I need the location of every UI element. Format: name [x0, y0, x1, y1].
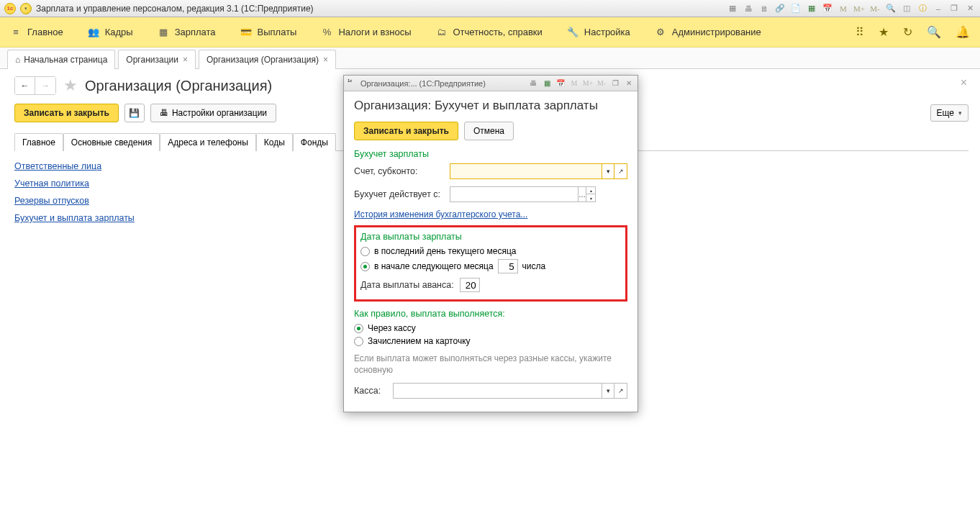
bell-icon[interactable]: 🔔	[956, 25, 970, 39]
day-number-input[interactable]	[498, 259, 518, 273]
link-vacation-reserves[interactable]: Резервы отпусков	[14, 196, 89, 206]
radio-icon	[354, 324, 363, 333]
tab-row: ⌂Начальная страница Организации× Организ…	[0, 47, 980, 69]
menu-settings[interactable]: 🔧Настройка	[567, 27, 630, 38]
menu-icon: ≡	[10, 27, 22, 38]
dialog-window-title: Организация:... (1С:Предприятие)	[360, 79, 486, 88]
dialog-save-close-button[interactable]: Записать и закрыть	[354, 122, 458, 140]
page-close-icon[interactable]: ×	[961, 76, 967, 89]
export-icon[interactable]: 📄	[790, 3, 802, 14]
app-menu-dropdown-icon[interactable]: ▾	[20, 3, 32, 14]
favorite-star-icon[interactable]: ★	[63, 76, 78, 95]
effective-label: Бухучет действует с:	[354, 189, 444, 199]
print-icon[interactable]: 🖶	[743, 3, 754, 14]
radio-cash[interactable]: Через кассу	[354, 323, 627, 333]
restore-window-icon[interactable]: ❐	[948, 3, 960, 14]
main-menu: ≡Главное 👥Кадры ▦Зарплата 💳Выплаты %Нало…	[0, 17, 980, 47]
menu-salary[interactable]: ▦Зарплата	[158, 27, 216, 38]
effective-date-input[interactable]	[450, 186, 579, 202]
radio-next-month[interactable]: в начале следующего месяца числа	[360, 259, 621, 273]
wrench-icon: 🔧	[567, 27, 579, 38]
calc-icon[interactable]: ▦	[806, 3, 817, 14]
day-suffix-label: числа	[522, 261, 546, 271]
save-close-button[interactable]: Записать и закрыть	[14, 104, 119, 122]
itab-details[interactable]: Основные сведения	[63, 133, 160, 151]
apps-icon[interactable]: ⠿	[856, 25, 864, 39]
print-icon[interactable]: 🖶	[528, 78, 538, 89]
group-accounting-title: Бухучет зарплаты	[354, 149, 627, 159]
account-input[interactable]	[450, 163, 602, 179]
itab-addresses[interactable]: Адреса и телефоны	[160, 133, 256, 151]
spin-down-icon[interactable]: ▾	[586, 194, 595, 201]
memory-m-icon[interactable]: M	[569, 78, 579, 89]
app-logo-icon: 1c	[4, 3, 16, 14]
titlebar: 1c ▾ Зарплата и управление персоналом, р…	[0, 0, 980, 17]
memory-mminus-icon[interactable]: M-	[596, 78, 607, 89]
gear-icon: ⚙	[655, 27, 666, 38]
tab-home[interactable]: ⌂Начальная страница	[7, 50, 115, 69]
close-icon[interactable]: ✕	[624, 78, 634, 89]
link-accounting-payroll[interactable]: Бухучет и выплата зарплаты	[14, 213, 135, 223]
tab-organization[interactable]: Организация (Организация)×	[199, 50, 336, 69]
doc-icon[interactable]: 🗎	[758, 3, 770, 14]
close-icon[interactable]: ×	[183, 55, 188, 65]
close-window-icon[interactable]: ✕	[964, 3, 976, 14]
link-accounting-policy[interactable]: Учетная политика	[14, 178, 89, 189]
spin-up-icon[interactable]: ▴	[586, 187, 595, 194]
app-logo-icon: 1c	[348, 78, 357, 88]
radio-last-day-label: в последний день текущего месяца	[374, 246, 516, 256]
tab-organizations[interactable]: Организации×	[118, 50, 196, 69]
itab-codes[interactable]: Коды	[256, 133, 293, 151]
app-title: Зарплата и управление персоналом, редакц…	[36, 4, 314, 14]
memory-mplus-icon[interactable]: M+	[853, 3, 865, 14]
radio-card[interactable]: Зачислением на карточку	[354, 336, 627, 346]
link-icon[interactable]: 🔗	[774, 3, 786, 14]
dropdown-icon[interactable]: ▾	[602, 383, 614, 399]
more-button[interactable]: Еще	[930, 104, 968, 122]
cash-input[interactable]	[393, 383, 602, 399]
info-icon[interactable]: ⓘ	[917, 3, 928, 14]
memory-mplus-icon[interactable]: M+	[583, 78, 593, 89]
close-icon[interactable]: ×	[323, 55, 328, 65]
minimize-window-icon[interactable]: –	[933, 3, 944, 14]
zoom-icon[interactable]: 🔍	[885, 3, 897, 14]
history-link[interactable]: История изменения бухгалтерского учета..…	[354, 209, 527, 219]
highlight-box: Дата выплаты зарплаты в последний день т…	[354, 225, 627, 302]
group-payment-method-title: Как правило, выплата выполняется:	[354, 309, 627, 319]
dialog-titlebar: 1c Организация:... (1С:Предприятие) 🖶 ▦ …	[344, 76, 638, 91]
home-icon: ⌂	[15, 55, 20, 65]
itab-funds[interactable]: Фонды	[293, 133, 336, 151]
menu-main[interactable]: ≡Главное	[10, 27, 63, 38]
advance-day-input[interactable]	[460, 278, 480, 292]
open-icon[interactable]: ↗	[614, 163, 627, 179]
dropdown-icon[interactable]: ▾	[602, 163, 614, 179]
save-icon-button[interactable]: 💾	[124, 104, 145, 122]
star-icon[interactable]: ★	[879, 25, 889, 39]
ellipsis-icon[interactable]: …	[579, 186, 586, 202]
restore-icon[interactable]: ❐	[610, 78, 620, 89]
toolbox-icon[interactable]: ▦	[727, 3, 738, 14]
dialog-cancel-button[interactable]: Отмена	[464, 122, 514, 140]
org-settings-button[interactable]: 🖶Настройки организации	[150, 104, 276, 122]
menu-reports[interactable]: 🗂Отчетность, справки	[436, 27, 543, 38]
itab-main[interactable]: Главное	[14, 133, 63, 151]
memory-mminus-icon[interactable]: M-	[869, 3, 881, 14]
history-icon[interactable]: ↻	[903, 25, 912, 39]
menu-payments[interactable]: 💳Выплаты	[240, 27, 297, 38]
memory-m-icon[interactable]: M	[838, 3, 849, 14]
panel-icon[interactable]: ◫	[901, 3, 912, 14]
advance-label: Дата выплаты аванса:	[360, 280, 454, 290]
search-icon[interactable]: 🔍	[927, 25, 941, 39]
radio-last-day[interactable]: в последний день текущего месяца	[360, 246, 621, 256]
menu-admin[interactable]: ⚙Администрирование	[655, 27, 761, 38]
radio-icon	[360, 262, 370, 271]
nav-forward-button[interactable]: →	[35, 77, 55, 94]
nav-back-button[interactable]: ←	[15, 77, 35, 94]
link-responsible[interactable]: Ответственные лица	[14, 161, 101, 171]
open-icon[interactable]: ↗	[614, 383, 627, 399]
calendar-icon[interactable]: 📅	[555, 78, 566, 89]
menu-personnel[interactable]: 👥Кадры	[88, 27, 133, 38]
calendar-icon[interactable]: 📅	[822, 3, 833, 14]
calc-icon[interactable]: ▦	[542, 78, 552, 89]
menu-taxes[interactable]: %Налоги и взносы	[321, 27, 411, 38]
